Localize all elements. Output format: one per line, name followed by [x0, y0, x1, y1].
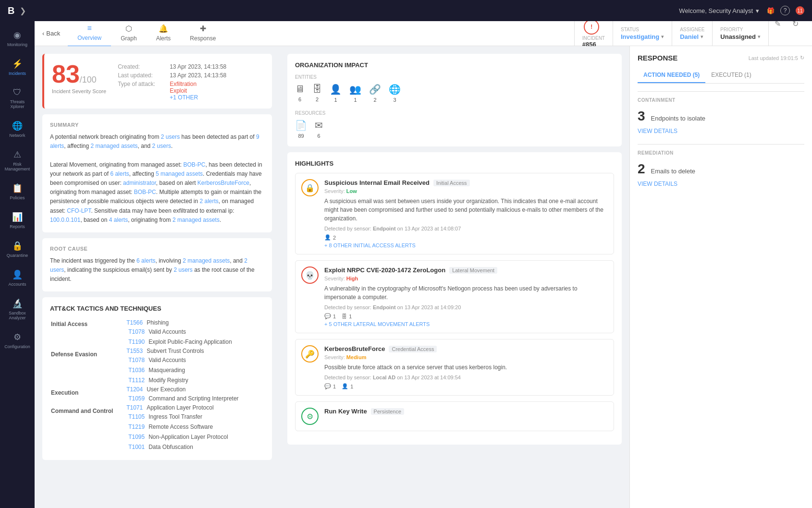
- attack-types: Exfiltration Exploit +1 OTHER: [170, 81, 198, 101]
- refresh-icon[interactable]: ↻: [800, 55, 804, 61]
- web-icon: 🌐: [389, 84, 401, 95]
- threats-icon: 🛡: [13, 87, 22, 97]
- sidebar-item-quarantine[interactable]: 🔒 Quarantine: [0, 236, 35, 263]
- tab-overview[interactable]: ≡ Overview: [68, 21, 111, 47]
- root-cause-text: The incident was triggered by the 6 aler…: [50, 256, 264, 284]
- status-block: Status Investigating ▾: [613, 21, 672, 48]
- user-meta-icon: 👤: [324, 234, 331, 241]
- topbar-icons: 🎁 ? 11: [767, 6, 804, 15]
- edit-button[interactable]: ✎: [769, 21, 787, 48]
- sidebar-item-network[interactable]: 🌐 Network: [0, 116, 35, 143]
- impact-card: ORGANIZATION IMPACT ENTITIES 🖥 6 🗄 2 👤: [287, 54, 622, 146]
- updated-row: Last updated: 13 Apr 2023, 14:13:58: [118, 72, 226, 79]
- status-dropdown[interactable]: Investigating ▾: [621, 33, 664, 40]
- attack-category-row: Execution T1204User Execution: [51, 386, 263, 393]
- chat-icon: 💬: [324, 313, 331, 319]
- containment-action-row: 3 Endpoints to isolate: [638, 109, 804, 124]
- chat2-icon: 💬: [324, 383, 331, 389]
- sidebar-label-policies: Policies: [10, 195, 25, 200]
- entity-computers: 🖥 6: [295, 84, 305, 103]
- sidebar-label-monitoring: Monitoring: [7, 42, 27, 47]
- tab-graph[interactable]: ⬡ Graph: [111, 21, 146, 47]
- sidebar-item-incidents[interactable]: ⚡ Incidents: [0, 54, 35, 81]
- runkey-highlight-icon: ⚙: [301, 408, 319, 425]
- topbar-right: Welcome, Security Analyst ▾ 🎁 ? 11: [679, 6, 804, 15]
- tab-response[interactable]: ✚ Response: [180, 21, 225, 47]
- dropdown-icon[interactable]: ▾: [756, 7, 759, 14]
- page-body: 83/100 Incident Severity Score Created: …: [35, 46, 812, 508]
- sidebar-item-config[interactable]: ⚙ Configuration: [0, 327, 35, 354]
- created-row: Created: 13 Apr 2023, 14:13:58: [118, 63, 226, 70]
- kerberos-highlight-icon: 🔑: [301, 345, 319, 363]
- sidebar-item-threats[interactable]: 🛡 Threats Xplorer: [0, 83, 35, 114]
- sidebar-item-monitoring[interactable]: ◉ Monitoring: [0, 25, 35, 52]
- sidebar-label-accounts: Accounts: [8, 282, 26, 287]
- priority-chevron-icon: ▾: [758, 34, 761, 40]
- sidebar-item-policies[interactable]: 📋 Policies: [0, 178, 35, 205]
- response-icon: ✚: [200, 24, 206, 33]
- monitoring-icon: ◉: [13, 30, 21, 40]
- sidebar-label-network: Network: [9, 133, 25, 138]
- entity-links: 🔗 2: [369, 84, 381, 103]
- sidebar-label-incidents: Incidents: [9, 71, 26, 76]
- gift-icon[interactable]: 🎁: [767, 7, 775, 14]
- highlight-kerberos: 🔑 KerberosBruteForce Credential Access S…: [295, 339, 614, 396]
- more-email-alerts[interactable]: + 8 OTHER INITIAL ACCESS ALERTS: [324, 242, 608, 248]
- response-tabs: ACTION NEEDED (5) EXECUTED (1): [638, 68, 804, 84]
- group-icon: 👥: [349, 84, 361, 95]
- score-row: 83/100 Incident Severity Score Created: …: [52, 61, 264, 101]
- status-chevron-icon: ▾: [661, 34, 664, 40]
- tab-alerts[interactable]: 🔔 Alerts: [147, 21, 181, 47]
- summary-card: SUMMARY A potential network breach origi…: [42, 114, 272, 232]
- remediation-action-row: 2 Emails to delete: [638, 161, 804, 177]
- sidebar-label-config: Configuration: [4, 344, 30, 349]
- resource-files: 📄 89: [295, 120, 307, 139]
- entities-row: 🖥 6 🗄 2 👤 1 👥 1: [295, 84, 614, 103]
- back-button[interactable]: ‹ Back: [42, 30, 60, 37]
- tab-action-needed[interactable]: ACTION NEEDED (5): [638, 68, 705, 83]
- entity-servers: 🗄 2: [312, 84, 322, 103]
- highlights-card: HIGHLIGHTS 🔒 Suspicious Internal Email R…: [287, 152, 622, 445]
- tab-executed[interactable]: EXECUTED (1): [705, 68, 757, 83]
- highlight-runkey: ⚙ Run Key Write Persistence: [295, 401, 614, 431]
- priority-block: Priority Unassigned ▾: [713, 21, 769, 48]
- nav-tabs: ≡ Overview ⬡ Graph 🔔 Alerts ✚ Response: [68, 21, 574, 47]
- assignee-dropdown[interactable]: Daniel ▾: [680, 33, 704, 40]
- entity-web: 🌐 3: [389, 84, 401, 103]
- entity-group: 👥 1: [349, 84, 361, 103]
- notification-badge[interactable]: 11: [796, 6, 804, 15]
- attack-category-row: Initial Access T1566Phishing: [51, 319, 263, 326]
- brand-logo: B: [8, 5, 14, 16]
- root-cause-card: ROOT CAUSE The incident was triggered by…: [42, 238, 272, 292]
- user2-icon: 👤: [342, 383, 348, 389]
- sidebar-label-quarantine: Quarantine: [7, 253, 28, 258]
- sidebar: ◉ Monitoring ⚡ Incidents 🛡 Threats Xplor…: [0, 21, 35, 508]
- left-panel: 83/100 Incident Severity Score Created: …: [35, 46, 280, 508]
- exploit-highlight-icon: 💀: [301, 266, 319, 284]
- highlight-runkey-body: Run Key Write Persistence: [324, 408, 608, 425]
- collapse-button[interactable]: ❯: [20, 6, 26, 15]
- sidebar-item-reports[interactable]: 📊 Reports: [0, 207, 35, 234]
- sidebar-item-sandbox[interactable]: 🔬 Sandbox Analyzer: [0, 293, 35, 325]
- overview-icon: ≡: [87, 24, 92, 33]
- assignee-chevron-icon: ▾: [701, 34, 703, 40]
- reports-icon: 📊: [12, 212, 23, 222]
- user-icon: 👤: [330, 84, 342, 95]
- policies-icon: 📋: [12, 183, 23, 194]
- containment-section: CONTAINMENT 3 Endpoints to isolate VIEW …: [638, 91, 804, 134]
- risk-icon: ⚠: [13, 149, 21, 160]
- files-icon: 📄: [295, 120, 307, 131]
- priority-dropdown[interactable]: Unassigned ▾: [720, 33, 761, 40]
- remediation-view-details[interactable]: VIEW DETAILS: [638, 181, 804, 187]
- refresh-button[interactable]: ↻: [787, 21, 804, 48]
- attack-category-row: Defense Evasion T1553Subvert Trust Contr…: [51, 347, 263, 354]
- topbar: B ❯ Welcome, Security Analyst ▾ 🎁 ? 11: [0, 0, 812, 21]
- attack-type-row: Type of attack: Exfiltration Exploit +1 …: [118, 81, 226, 101]
- help-icon[interactable]: ?: [780, 6, 790, 15]
- sidebar-item-risk[interactable]: ⚠ Risk Management: [0, 145, 35, 176]
- sidebar-item-accounts[interactable]: 👤 Accounts: [0, 265, 35, 291]
- highlight-exploit-body: Exploit NRPC CVE-2020-1472 ZeroLogon Lat…: [324, 266, 608, 327]
- more-lateral-alerts[interactable]: + 5 OTHER LATERAL MOVEMENT ALERTS: [324, 321, 608, 327]
- containment-view-details[interactable]: VIEW DETAILS: [638, 128, 804, 134]
- graph-icon: ⬡: [125, 24, 132, 33]
